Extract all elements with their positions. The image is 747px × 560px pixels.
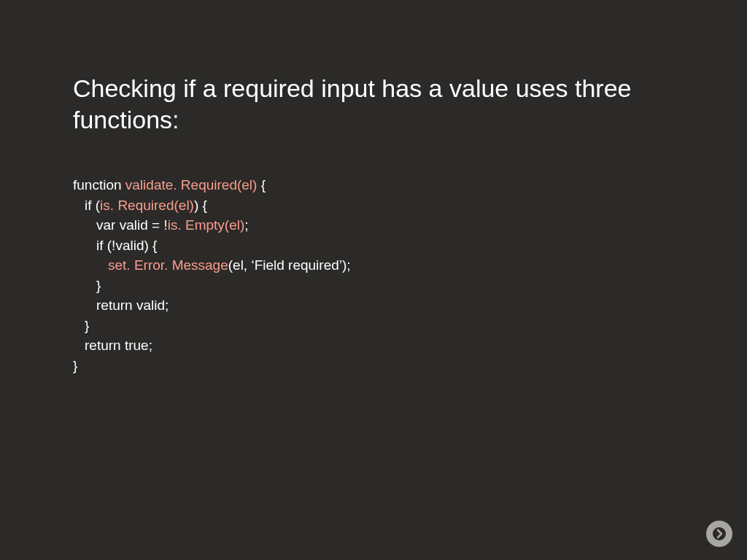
code-text: { [257,177,266,192]
next-button[interactable] [706,521,732,547]
code-line: return true; [73,335,674,356]
code-text: ; [244,217,248,233]
code-text: function [73,177,125,192]
code-text: } [73,358,77,373]
code-line: set. Error. Message(el, ‘Field required’… [73,255,674,276]
slide-heading: Checking if a required input has a value… [73,73,674,135]
code-text: } [96,278,101,293]
svg-point-0 [713,527,726,540]
code-text: } [85,318,89,333]
code-line: } [73,356,674,376]
code-line: if (is. Required(el)) { [73,195,674,216]
slide: Checking if a required input has a value… [0,0,747,560]
code-text: return true; [85,338,152,353]
code-text: var valid = ! [96,217,168,233]
code-block: function validate. Required(el) { if (is… [73,175,674,376]
code-line: var valid = !is. Empty(el); [73,215,674,236]
code-line: } [73,316,674,336]
code-line: function validate. Required(el) { [73,175,674,195]
code-highlight: validate. Required(el) [125,177,258,192]
code-line: if (!valid) { [73,236,674,256]
code-line: } [73,276,674,296]
code-highlight: set. Error. Message [108,257,228,273]
code-line: return valid; [73,295,674,316]
code-highlight: is. Empty(el) [168,217,245,233]
code-text: if ( [85,198,100,213]
code-highlight: is. Required(el) [100,198,194,213]
code-text: ) { [194,198,207,213]
code-text: if (!valid) { [96,238,157,253]
arrow-right-circle-icon [712,526,727,541]
code-text: (el, ‘Field required’); [228,257,351,273]
code-text: return valid; [96,298,169,313]
